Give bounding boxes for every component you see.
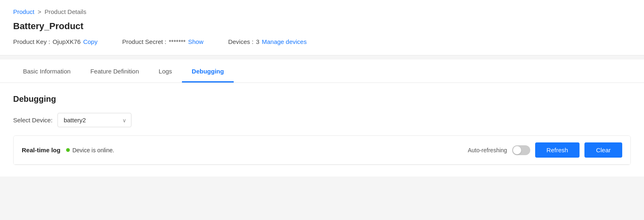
device-status-text: Device is online.	[72, 147, 114, 154]
log-header: Real-time log Device is online. Auto-ref…	[14, 136, 630, 165]
device-select-row: Select Device: battery2 battery1 battery…	[13, 113, 631, 127]
select-device-label: Select Device:	[13, 117, 53, 124]
debugging-content: Debugging Select Device: battery2 batter…	[0, 83, 644, 176]
auto-refresh-toggle[interactable]	[512, 145, 530, 155]
product-secret-item: Product Secret : ******* Show	[122, 38, 203, 45]
product-key-value: OjupXK76	[53, 38, 80, 45]
product-meta: Product Key : OjupXK76 Copy Product Secr…	[13, 38, 631, 45]
toggle-knob	[513, 146, 521, 154]
manage-devices-button[interactable]: Manage devices	[262, 38, 306, 45]
clear-button[interactable]: Clear	[584, 142, 622, 158]
online-indicator: Device is online.	[66, 147, 114, 154]
tabs-section: Basic Information Feature Definition Log…	[0, 60, 644, 83]
top-section: Product > Product Details Battery_Produc…	[0, 0, 644, 55]
breadcrumb-current: Product Details	[44, 8, 86, 15]
product-secret-label: Product Secret :	[122, 38, 166, 45]
log-title: Real-time log	[22, 147, 60, 154]
copy-button[interactable]: Copy	[83, 38, 97, 45]
tab-feature-definition[interactable]: Feature Definition	[80, 60, 149, 82]
breadcrumb: Product > Product Details	[13, 8, 631, 15]
online-dot-icon	[66, 148, 70, 152]
log-header-left: Real-time log Device is online.	[22, 147, 114, 154]
tab-debugging[interactable]: Debugging	[182, 60, 234, 82]
devices-count: 3	[256, 38, 259, 45]
devices-item: Devices : 3 Manage devices	[228, 38, 306, 45]
debugging-section-title: Debugging	[13, 94, 631, 104]
tab-logs[interactable]: Logs	[149, 60, 182, 82]
breadcrumb-product-link[interactable]: Product	[13, 8, 34, 15]
product-title: Battery_Product	[13, 21, 631, 32]
refresh-button[interactable]: Refresh	[535, 142, 580, 158]
log-card: Real-time log Device is online. Auto-ref…	[13, 135, 631, 165]
auto-refresh-label: Auto-refreshing	[468, 147, 507, 154]
device-select[interactable]: battery2 battery1 battery3	[58, 113, 131, 127]
breadcrumb-separator: >	[38, 8, 41, 15]
log-header-right: Auto-refreshing Refresh Clear	[468, 142, 622, 158]
product-key-item: Product Key : OjupXK76 Copy	[13, 38, 97, 45]
devices-label: Devices :	[228, 38, 253, 45]
tab-basic-information[interactable]: Basic Information	[13, 60, 80, 82]
show-secret-button[interactable]: Show	[188, 38, 204, 45]
product-key-label: Product Key :	[13, 38, 50, 45]
select-wrapper: battery2 battery1 battery3 ∨	[58, 113, 131, 127]
tabs-container: Basic Information Feature Definition Log…	[13, 60, 631, 82]
product-secret-value: *******	[169, 38, 186, 45]
